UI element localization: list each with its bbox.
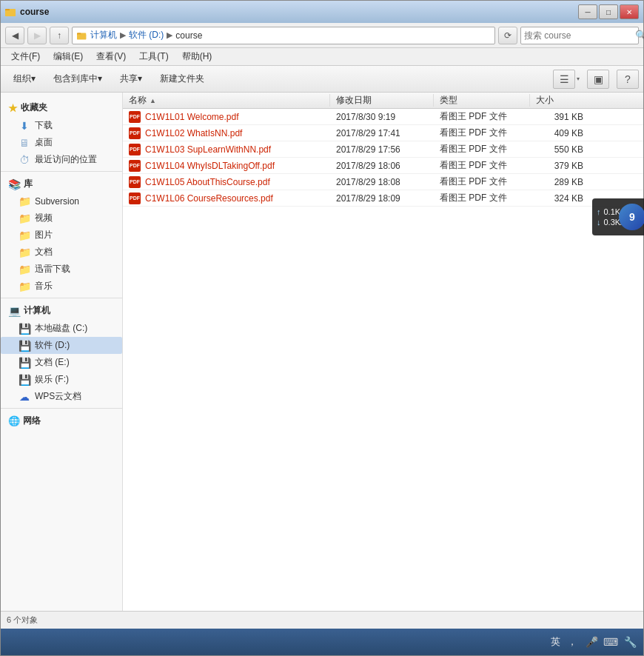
sidebar-item-thunder[interactable]: 📁 迅雷下载 [1,261,122,278]
favorites-label: 收藏夹 [21,101,47,114]
computer-section: 💻 计算机 💾 本地磁盘 (C:) 💾 软件 (D:) 💾 文档 (E:) 💾 [1,301,122,405]
share-button[interactable]: 共享▾ [112,69,150,90]
new-folder-button[interactable]: 新建文件夹 [152,69,212,90]
sidebar-item-e-drive[interactable]: 💾 文档 (E:) [1,354,122,371]
file-date-cell: 2017/8/29 18:09 [330,193,434,204]
sidebar-item-subversion[interactable]: 📁 Subversion [1,193,122,210]
maximize-button[interactable]: □ [599,4,618,19]
sidebar-item-music[interactable]: 📁 音乐 [1,278,122,295]
computer-label: 计算机 [24,304,50,317]
organize-button[interactable]: 组织▾ [5,69,44,90]
table-row[interactable]: PDF C1W1L04 WhyIsDLTakingOff.pdf 2017/8/… [123,158,643,174]
download-icon: ⬇ [19,120,30,132]
table-row[interactable]: PDF C1W1L01 Welcome.pdf 2017/8/30 9:19 看… [123,109,643,125]
table-row[interactable]: PDF C1W1L06 CourseResources.pdf 2017/8/2… [123,190,643,207]
sidebar-item-pictures[interactable]: 📁 图片 [1,227,122,244]
up-button[interactable]: ↑ [50,27,69,44]
status-bar: 6 个对象 [1,611,643,629]
star-icon: ★ [8,102,18,114]
view-mode-button[interactable]: ☰ [553,70,575,89]
sidebar-item-desktop[interactable]: 🖥 桌面 [1,134,122,151]
pdf-icon: PDF [129,176,141,188]
favorites-section: ★ 收藏夹 ⬇ 下载 🖥 桌面 ⏱ 最近访问的位置 [1,98,122,168]
network-section: 🌐 网络 [1,412,122,430]
view-dropdown-arrow[interactable]: ▾ [577,76,580,82]
network-icon: 🌐 [8,415,20,426]
sidebar-c-drive-label: 本地磁盘 (C:) [35,322,87,335]
sidebar-item-video[interactable]: 📁 视频 [1,210,122,227]
file-name-cell: PDF C1W1L03 SupLearnWithNN.pdf [123,144,330,155]
file-type-cell: 看图王 PDF 文件 [434,110,530,123]
divider-3 [1,408,122,409]
breadcrumb-computer[interactable]: 计算机 [90,29,117,41]
menu-view[interactable]: 查看(V) [90,49,132,64]
back-button[interactable]: ◀ [5,27,24,44]
file-size-cell: 289 KB [530,177,589,187]
sidebar-item-d-drive[interactable]: 💾 软件 (D:) [1,337,122,354]
col-size-header[interactable]: 大小 [530,94,589,107]
pane-button[interactable]: ▣ [587,70,609,89]
col-type-header[interactable]: 类型 [434,94,530,107]
file-date-cell: 2017/8/29 18:08 [330,177,434,187]
recent-icon: ⏱ [19,154,30,166]
sidebar-item-documents[interactable]: 📁 文档 [1,244,122,261]
search-input[interactable] [524,30,635,41]
title-bar-left: course [5,6,49,18]
pictures-folder-icon: 📁 [19,230,30,241]
add-to-library-button[interactable]: 包含到库中▾ [45,69,110,90]
sidebar-item-recent[interactable]: ⏱ 最近访问的位置 [1,151,122,168]
menu-bar: 文件(F) 编辑(E) 查看(V) 工具(T) 帮助(H) [1,48,643,66]
sidebar-desktop-label: 桌面 [35,136,53,149]
sidebar-d-drive-label: 软件 (D:) [35,339,70,352]
ime-settings-icon[interactable]: ， [565,635,580,649]
favorites-header[interactable]: ★ 收藏夹 [1,98,122,117]
sidebar-pictures-label: 图片 [35,229,53,241]
menu-help[interactable]: 帮助(H) [176,49,218,64]
forward-button[interactable]: ▶ [27,27,47,44]
breadcrumb-drive[interactable]: 软件 (D:) [129,29,164,41]
col-date-header[interactable]: 修改日期 [330,94,434,107]
c-drive-icon: 💾 [19,323,30,335]
minimize-button[interactable]: ─ [578,4,597,19]
file-size-cell: 550 KB [530,144,589,155]
main-content: ★ 收藏夹 ⬇ 下载 🖥 桌面 ⏱ 最近访问的位置 [1,93,643,611]
menu-file[interactable]: 文件(F) [5,49,46,64]
close-button[interactable]: ✕ [620,4,639,19]
file-type-cell: 看图王 PDF 文件 [434,127,530,139]
subversion-folder-icon: 📁 [19,195,30,207]
mic-icon[interactable]: 🎤 [584,635,599,649]
settings-icon[interactable]: 🔧 [623,635,637,649]
pdf-icon: PDF [129,160,141,172]
menu-tools[interactable]: 工具(T) [133,49,174,64]
sidebar-item-wps-cloud[interactable]: ☁ WPS云文档 [1,388,122,405]
sidebar-item-c-drive[interactable]: 💾 本地磁盘 (C:) [1,320,122,337]
file-type-cell: 看图王 PDF 文件 [434,175,530,188]
sidebar-item-f-drive[interactable]: 💾 娱乐 (F:) [1,371,122,388]
refresh-button[interactable]: ⟳ [498,27,517,44]
network-label: 网络 [23,415,41,427]
table-row[interactable]: PDF C1W1L02 WhatIsNN.pdf 2017/8/29 17:41… [123,125,643,141]
e-drive-icon: 💾 [19,357,30,369]
help-button[interactable]: ? [617,70,639,89]
search-bar: 🔍 [520,27,639,44]
sidebar-item-download[interactable]: ⬇ 下载 [1,117,122,134]
library-label: 库 [24,178,33,190]
table-row[interactable]: PDF C1W1L03 SupLearnWithNN.pdf 2017/8/29… [123,141,643,158]
window: course ─ □ ✕ ◀ ▶ ↑ 计算机 ▶ 软件 (D:) ▶ cours… [0,0,644,656]
file-name-cell: PDF C1W1L01 Welcome.pdf [123,111,330,123]
svg-rect-2 [5,10,16,16]
keyboard-icon[interactable]: ⌨ [603,635,618,649]
col-name-header[interactable]: 名称 ▲ [123,94,330,107]
menu-edit[interactable]: 编辑(E) [47,49,89,64]
network-header[interactable]: 🌐 网络 [1,412,122,430]
computer-header[interactable]: 💻 计算机 [1,301,122,320]
table-row[interactable]: PDF C1W1L05 AboutThisCourse.pdf 2017/8/2… [123,174,643,190]
search-button[interactable]: 🔍 [635,29,644,42]
speed-circle: 9 [619,204,644,230]
file-name: C1W1L04 WhyIsDLTakingOff.pdf [145,161,275,171]
file-type-cell: 看图王 PDF 文件 [434,192,530,204]
file-date-cell: 2017/8/29 17:56 [330,144,434,155]
ime-indicator[interactable]: 英 [551,635,560,649]
thunder-folder-icon: 📁 [19,264,30,275]
library-header[interactable]: 📚 库 [1,175,122,193]
